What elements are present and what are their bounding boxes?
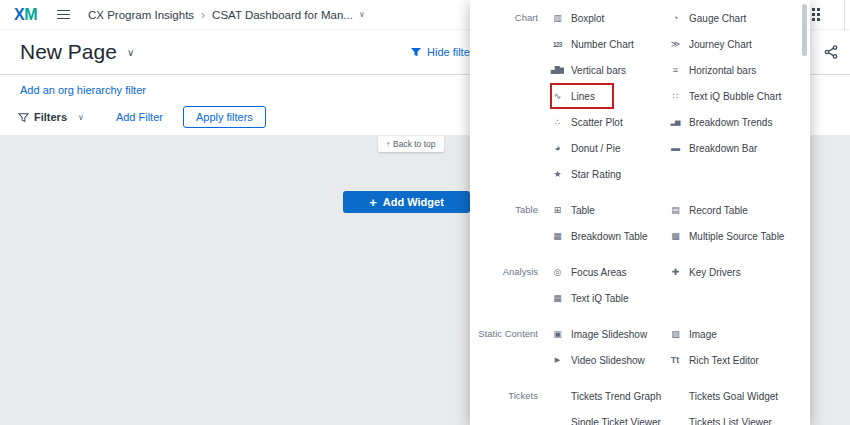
widget-item-record-table[interactable]: ▤ Record Table [668,197,786,223]
breadcrumb: CX Program Insights › CSAT Dashboard for… [88,8,365,22]
menu-section-static-content: Static Content ▣ Image Slideshow ▨ Image… [470,321,810,373]
widget-item-tickets-trend-graph[interactable]: Tickets Trend Graph [550,383,668,409]
share-button[interactable] [824,30,838,74]
topbar-divider [844,0,845,30]
horizontal-bars-icon: ≡ [668,65,682,75]
widget-item-label: Record Table [689,205,748,216]
breakdown-trends-icon: ▂▅ [668,118,682,126]
breadcrumb-dashboard[interactable]: CSAT Dashboard for Man... [212,9,353,21]
add-widget-button[interactable]: + Add Widget [343,191,470,213]
widget-item-star-rating[interactable]: ★ Star Rating [550,161,668,187]
widget-item-scatter-plot[interactable]: ∴ Scatter Plot [550,109,668,135]
record-table-icon: ▤ [668,205,682,215]
widget-item-label: Multiple Source Table [689,231,784,242]
page-title-chevron-down-icon[interactable]: ∨ [127,47,134,58]
widget-item-image-slideshow[interactable]: ▣ Image Slideshow [550,321,668,347]
filters-toggle[interactable]: Filters ∨ [18,111,84,123]
multiple-source-table-icon: ▩ [668,231,682,241]
widget-item-gauge-chart[interactable]: ◔ Gauge Chart [668,5,786,31]
widget-item-label: Donut / Pie [571,143,620,154]
widget-item-lines[interactable]: ∿ Lines [550,83,668,109]
menu-section-analysis: Analysis ◎ Focus Areas ✚ Key Drivers ▦ T… [470,259,810,311]
org-hierarchy-filter-link[interactable]: Add an org hierarchy filter [20,84,146,96]
widget-item-text-iq-table[interactable]: ▦ Text iQ Table [550,285,668,311]
widget-item-label: Image Slideshow [571,329,647,340]
hide-filters-funnel-icon [410,46,422,58]
widget-item-label: Breakdown Table [571,231,648,242]
widget-item-text-iq-bubble-chart[interactable]: ∷ Text iQ Bubble Chart [668,83,786,109]
gauge-chart-icon: ◔ [668,13,682,23]
widget-item-label: Key Drivers [689,267,741,278]
widget-item-rich-text-editor[interactable]: Tt Rich Text Editor [668,347,786,373]
add-filter-link[interactable]: Add Filter [116,111,163,123]
menu-scrollbar[interactable] [802,4,807,56]
share-icon [824,45,838,59]
video-slideshow-icon: ▶ [550,356,564,364]
widget-item-label: Boxplot [571,13,604,24]
text-iq-table-icon: ▦ [550,293,564,303]
widget-item-label: Image [689,329,717,340]
breakdown-table-icon: ▦ [550,231,564,241]
breakdown-bar-icon: ▬ [668,143,682,153]
widget-item-label: Tickets Trend Graph [571,391,661,402]
widget-item-journey-chart[interactable]: ≫ Journey Chart [668,31,786,57]
section-label-tickets: Tickets [470,383,550,425]
widget-item-label: Video Slideshow [571,355,645,366]
scatter-plot-icon: ∴ [550,117,564,127]
apply-filters-button[interactable]: Apply filters [183,106,266,128]
widget-item-label: Text iQ Bubble Chart [689,91,781,102]
menu-section-tickets: Tickets Tickets Trend Graph Tickets Goal… [470,383,810,425]
lines-icon: ∿ [550,91,564,101]
widget-item-breakdown-trends[interactable]: ▂▅ Breakdown Trends [668,109,786,135]
widget-item-breakdown-table[interactable]: ▦ Breakdown Table [550,223,668,249]
widget-item-focus-areas[interactable]: ◎ Focus Areas [550,259,668,285]
widget-item-table[interactable]: ⊞ Table [550,197,668,223]
widget-item-video-slideshow[interactable]: ▶ Video Slideshow [550,347,668,373]
section-label-chart: Chart [470,5,550,187]
widget-item-multiple-source-table[interactable]: ▩ Multiple Source Table [668,223,786,249]
hide-filters-button[interactable]: Hide filters [410,30,479,74]
filters-row: Filters ∨ Add Filter Apply filters [18,106,266,128]
widget-item-label: Horizontal bars [689,65,756,76]
widget-item-number-chart[interactable]: 123 Number Chart [550,31,668,57]
widget-item-key-drivers[interactable]: ✚ Key Drivers [668,259,786,285]
menu-section-table: Table ⊞ Table ▤ Record Table ▦ Breakdown… [470,197,810,249]
widget-item-label: Lines [571,91,595,102]
vertical-bars-icon: ▄█▆ [550,66,564,74]
widget-item-label: Gauge Chart [689,13,746,24]
star-rating-icon: ★ [550,169,564,179]
widget-item-label: Table [571,205,595,216]
widget-item-label: Rich Text Editor [689,355,759,366]
rich-text-editor-icon: Tt [668,355,682,365]
widget-item-label: Breakdown Bar [689,143,757,154]
image-slideshow-icon: ▣ [550,329,564,339]
widget-item-boxplot[interactable]: ▥ Boxplot [550,5,668,31]
image-icon: ▨ [668,329,682,339]
back-to-top-label: Back to top [393,139,436,149]
section-label-static-content: Static Content [470,321,550,373]
chevron-down-icon[interactable]: ∨ [359,10,365,19]
key-drivers-icon: ✚ [668,267,682,277]
filters-label: Filters [34,111,67,123]
widget-item-image[interactable]: ▨ Image [668,321,786,347]
breadcrumb-program[interactable]: CX Program Insights [88,9,194,21]
hamburger-menu-icon[interactable] [57,10,70,20]
filter-funnel-icon [18,112,29,123]
widget-item-horizontal-bars[interactable]: ≡ Horizontal bars [668,57,786,83]
section-label-table: Table [470,197,550,249]
journey-chart-icon: ≫ [668,39,682,49]
widget-item-label: Journey Chart [689,39,752,50]
widget-item-donut-pie[interactable]: ◕ Donut / Pie [550,135,668,161]
widget-item-label: Tickets Goal Widget [689,391,778,402]
number-chart-icon: 123 [550,41,564,48]
widget-item-vertical-bars[interactable]: ▄█▆ Vertical bars [550,57,668,83]
back-to-top-button[interactable]: ↑Back to top [378,136,444,152]
widget-type-menu: Chart ▥ Boxplot ◔ Gauge Chart 123 Number… [470,0,810,425]
widget-item-label: Tickets List Viewer [689,417,772,425]
focus-areas-icon: ◎ [550,267,564,277]
plus-icon: + [369,196,377,209]
widget-item-tickets-goal-widget[interactable]: Tickets Goal Widget [668,383,786,409]
widget-item-single-ticket-viewer[interactable]: Single Ticket Viewer [550,409,668,425]
widget-item-tickets-list-viewer[interactable]: Tickets List Viewer [668,409,786,425]
widget-item-breakdown-bar[interactable]: ▬ Breakdown Bar [668,135,786,161]
